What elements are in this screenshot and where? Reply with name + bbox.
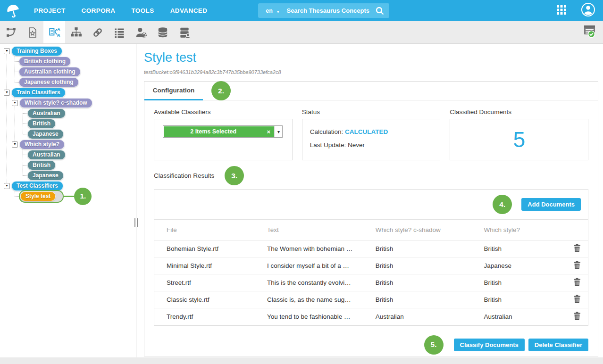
tree-item-test-classifiers: Test Classifiers xyxy=(0,181,136,191)
tree-node[interactable]: Australian clothing xyxy=(19,67,81,77)
pane-splitter-handle[interactable] xyxy=(134,218,138,227)
search-icon[interactable] xyxy=(375,6,385,16)
tree-node[interactable]: British clothing xyxy=(19,57,71,66)
document-check-icon[interactable] xyxy=(583,25,596,40)
text-cell: You tend to be fashionable … xyxy=(267,308,376,325)
tree-node[interactable]: Japanese clothing xyxy=(19,77,79,87)
tree-node[interactable]: Which style? xyxy=(19,140,65,149)
classifier-ab-icon[interactable]: A B xyxy=(43,21,65,43)
tree-node[interactable]: Japanese xyxy=(27,171,64,181)
calculation-value: CALCULATED xyxy=(345,128,388,135)
table-row: Minimal Style.rtf I consider myself a bi… xyxy=(154,257,588,274)
text-cell: The Women with bohemian … xyxy=(267,240,376,257)
list-icon[interactable] xyxy=(109,21,130,43)
svg-text:A: A xyxy=(57,27,60,32)
text-cell: Classic is, as the name sug… xyxy=(267,291,376,308)
table-row: Street.rtf This is the constantly evolvi… xyxy=(154,274,588,291)
tree-item-australian: Australian xyxy=(0,108,136,118)
file-cell: Classic style.rtf xyxy=(154,291,267,308)
tree-item-style-test: Style test 1. xyxy=(0,191,136,201)
umbrella-logo[interactable] xyxy=(5,2,22,19)
bottom-band xyxy=(0,357,603,364)
trash-icon[interactable] xyxy=(573,261,581,271)
tab-configuration[interactable]: Configuration xyxy=(144,82,203,100)
available-classifiers-label: Available Classifiers xyxy=(154,108,293,116)
classified-documents-section: Classified Documents 5 xyxy=(450,108,588,160)
file-cell: Trendy.rtf xyxy=(154,308,267,325)
tree-node-selected[interactable]: Style test xyxy=(20,191,56,201)
database-icon[interactable] xyxy=(152,21,174,43)
annotation-step-2: 2. xyxy=(211,81,231,100)
search-input[interactable]: Search Thesaurus Concepts xyxy=(286,7,375,14)
user-gear-icon[interactable] xyxy=(130,21,152,43)
classifier1-cell: British xyxy=(376,257,484,274)
table-header-row: File Text Which style? c-shadow Which st… xyxy=(154,220,588,240)
apps-grid-icon[interactable] xyxy=(556,5,567,17)
document-star-icon[interactable] xyxy=(22,21,43,43)
annotation-step-3: 3. xyxy=(225,166,244,185)
expand-arrow-icon[interactable] xyxy=(12,100,18,106)
language-caret-icon[interactable] xyxy=(273,7,279,15)
tree-item-which-style: Which style? xyxy=(0,139,136,149)
add-documents-button[interactable]: Add Documents xyxy=(521,198,581,211)
annotation-connector xyxy=(64,196,74,197)
trash-icon[interactable] xyxy=(573,278,581,288)
trash-icon[interactable] xyxy=(573,312,581,322)
menu-corpora[interactable]: CORPORA xyxy=(82,7,116,14)
menu-advanced[interactable]: ADVANCED xyxy=(170,7,208,14)
annotation-step-1: 1. xyxy=(74,188,92,205)
text-cell: This is the constantly evolvi… xyxy=(267,274,376,291)
tree-item-which-style-c-shadow: Which style? c-shadow xyxy=(0,98,136,108)
annotation-step-4: 4. xyxy=(493,195,512,214)
tree-node[interactable]: Test Classifiers xyxy=(11,181,63,191)
selection-count: 2 Items Selected xyxy=(164,128,263,135)
menu-tools[interactable]: TOOLS xyxy=(131,7,154,14)
tree-node[interactable]: Train Classifiers xyxy=(11,88,66,98)
classifier1-cell: British xyxy=(376,240,484,257)
file-cell: Minimal Style.rtf xyxy=(154,257,267,274)
expand-arrow-icon[interactable] xyxy=(4,90,10,96)
main-menu: PROJECT CORPORA TOOLS ADVANCED xyxy=(34,7,207,14)
top-navigation-bar: PROJECT CORPORA TOOLS ADVANCED en Search… xyxy=(0,0,603,21)
sitemap-icon[interactable] xyxy=(65,21,87,43)
tree-item-british: British xyxy=(0,118,136,129)
classify-documents-button[interactable]: Classify Documents xyxy=(454,339,525,351)
delete-classifier-button[interactable]: Delete Classifier xyxy=(528,339,588,351)
column-which-style: Which style? xyxy=(484,220,566,240)
tree-item-japanese-clothing: Japanese clothing xyxy=(0,77,136,87)
tree-node[interactable]: Which style? c-shadow xyxy=(19,98,92,108)
trash-icon[interactable] xyxy=(573,244,581,254)
clear-selection-icon[interactable]: × xyxy=(263,128,274,135)
trash-icon[interactable] xyxy=(573,295,581,305)
tab-strip: Configuration 2. xyxy=(144,82,598,100)
icon-toolbar: A B xyxy=(0,21,603,44)
thesaurus-search-box[interactable]: en Search Thesaurus Concepts xyxy=(258,3,389,18)
expand-arrow-icon[interactable] xyxy=(4,48,10,54)
expand-arrow-icon[interactable] xyxy=(12,141,18,148)
classifier2-cell: British xyxy=(484,291,566,308)
tree-item-british-2: British xyxy=(0,160,136,170)
page-title: Style test xyxy=(144,50,598,65)
classification-results-label: Classification Results xyxy=(154,172,214,179)
user-account-icon[interactable] xyxy=(581,2,595,19)
tree-item-training-boxes: Training Boxes xyxy=(0,46,136,56)
menu-project[interactable]: PROJECT xyxy=(34,7,66,14)
tree-item-japanese: Japanese xyxy=(0,129,136,139)
tree-node[interactable]: Australian xyxy=(27,150,66,160)
table-row: Bohemian Style.rtf The Women with bohemi… xyxy=(154,240,588,257)
dropdown-caret-icon[interactable] xyxy=(275,126,282,137)
calculation-status: Calculation: CALCULATED xyxy=(310,128,440,135)
tree-node[interactable]: Japanese xyxy=(27,129,64,139)
tree-node[interactable]: Training Boxes xyxy=(11,46,62,56)
search-language-selector[interactable]: en xyxy=(266,8,273,14)
classifier-multiselect[interactable]: 2 Items Selected × xyxy=(163,125,283,138)
tree-node[interactable]: British xyxy=(27,160,56,170)
curve-connector-icon[interactable] xyxy=(0,21,22,43)
bucket-id: testBucket:c6f94631b3294a82c3b747b35bbe9… xyxy=(144,69,598,75)
tree-node[interactable]: Australian xyxy=(27,108,66,118)
tree-node[interactable]: British xyxy=(27,119,56,129)
expand-arrow-icon[interactable] xyxy=(4,183,10,189)
link-icon[interactable] xyxy=(87,21,109,43)
table-row: Classic style.rtf Classic is, as the nam… xyxy=(154,291,588,308)
server-user-icon[interactable] xyxy=(174,21,195,43)
